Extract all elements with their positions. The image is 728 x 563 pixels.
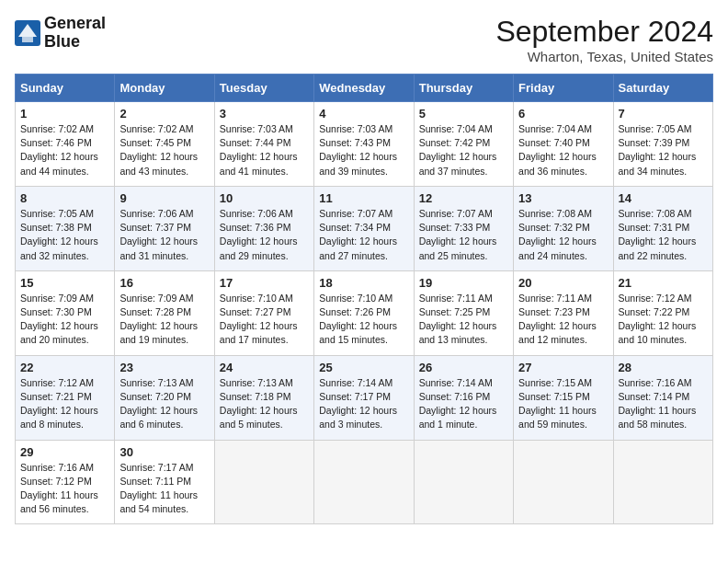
calendar-cell: 12 Sunrise: 7:07 AMSunset: 7:33 PMDaylig… <box>414 186 513 270</box>
calendar-cell: 14 Sunrise: 7:08 AMSunset: 7:31 PMDaylig… <box>613 186 712 270</box>
calendar-cell: 22 Sunrise: 7:12 AMSunset: 7:21 PMDaylig… <box>16 355 115 440</box>
calendar-cell: 17 Sunrise: 7:10 AMSunset: 7:27 PMDaylig… <box>214 270 313 355</box>
logo-icon <box>15 20 40 46</box>
day-info: Sunrise: 7:10 AMSunset: 7:27 PMDaylight:… <box>220 292 309 348</box>
day-info: Sunrise: 7:14 AMSunset: 7:17 PMDaylight:… <box>319 376 408 432</box>
day-number: 7 <box>619 107 708 121</box>
location: Wharton, Texas, United States <box>495 49 713 64</box>
page-header: General Blue September 2024 Wharton, Tex… <box>15 15 713 64</box>
calendar-cell: 30 Sunrise: 7:17 AMSunset: 7:11 PMDaylig… <box>115 440 214 524</box>
calendar-cell: 26 Sunrise: 7:14 AMSunset: 7:16 PMDaylig… <box>414 355 513 440</box>
day-info: Sunrise: 7:11 AMSunset: 7:23 PMDaylight:… <box>518 292 608 348</box>
day-info: Sunrise: 7:11 AMSunset: 7:25 PMDaylight:… <box>419 292 508 348</box>
day-info: Sunrise: 7:03 AMSunset: 7:43 PMDaylight:… <box>319 122 408 178</box>
day-info: Sunrise: 7:04 AMSunset: 7:42 PMDaylight:… <box>419 122 508 178</box>
calendar-cell: 2 Sunrise: 7:02 AMSunset: 7:45 PMDayligh… <box>115 102 214 187</box>
calendar-table: SundayMondayTuesdayWednesdayThursdayFrid… <box>15 74 713 524</box>
day-number: 8 <box>20 191 109 205</box>
calendar-cell <box>314 440 414 524</box>
day-info: Sunrise: 7:03 AMSunset: 7:44 PMDaylight:… <box>220 122 309 178</box>
day-info: Sunrise: 7:04 AMSunset: 7:40 PMDaylight:… <box>518 122 608 178</box>
day-info: Sunrise: 7:08 AMSunset: 7:32 PMDaylight:… <box>518 207 608 263</box>
logo-text: General Blue <box>44 15 106 52</box>
calendar-cell: 21 Sunrise: 7:12 AMSunset: 7:22 PMDaylig… <box>613 270 712 355</box>
day-number: 16 <box>119 276 209 290</box>
calendar-cell: 10 Sunrise: 7:06 AMSunset: 7:36 PMDaylig… <box>214 186 313 270</box>
calendar-cell: 3 Sunrise: 7:03 AMSunset: 7:44 PMDayligh… <box>214 102 313 187</box>
logo: General Blue <box>15 15 106 52</box>
calendar-cell: 11 Sunrise: 7:07 AMSunset: 7:34 PMDaylig… <box>314 186 414 270</box>
day-number: 15 <box>20 276 109 290</box>
day-info: Sunrise: 7:05 AMSunset: 7:39 PMDaylight:… <box>619 122 708 178</box>
day-number: 19 <box>419 276 508 290</box>
day-number: 22 <box>20 361 109 374</box>
calendar-cell <box>214 440 313 524</box>
day-info: Sunrise: 7:06 AMSunset: 7:37 PMDaylight:… <box>119 207 209 263</box>
calendar-cell: 27 Sunrise: 7:15 AMSunset: 7:15 PMDaylig… <box>514 355 613 440</box>
calendar-week-2: 8 Sunrise: 7:05 AMSunset: 7:38 PMDayligh… <box>16 186 713 270</box>
col-header-sunday: Sunday <box>16 75 115 102</box>
day-number: 18 <box>319 276 408 290</box>
calendar-cell <box>514 440 613 524</box>
col-header-wednesday: Wednesday <box>314 75 414 102</box>
day-number: 30 <box>119 445 209 459</box>
day-number: 27 <box>518 361 608 374</box>
day-info: Sunrise: 7:13 AMSunset: 7:20 PMDaylight:… <box>119 376 209 432</box>
calendar-cell: 4 Sunrise: 7:03 AMSunset: 7:43 PMDayligh… <box>314 102 414 187</box>
day-number: 1 <box>20 107 109 121</box>
day-number: 21 <box>619 276 708 290</box>
calendar-cell: 1 Sunrise: 7:02 AMSunset: 7:46 PMDayligh… <box>16 102 115 187</box>
day-info: Sunrise: 7:09 AMSunset: 7:28 PMDaylight:… <box>119 292 209 348</box>
day-info: Sunrise: 7:02 AMSunset: 7:46 PMDaylight:… <box>20 122 109 178</box>
col-header-thursday: Thursday <box>414 75 513 102</box>
day-number: 10 <box>220 191 309 205</box>
month-title: September 2024 <box>495 15 713 49</box>
calendar-cell: 19 Sunrise: 7:11 AMSunset: 7:25 PMDaylig… <box>414 270 513 355</box>
day-number: 13 <box>518 191 608 205</box>
day-info: Sunrise: 7:14 AMSunset: 7:16 PMDaylight:… <box>419 376 508 432</box>
calendar-week-4: 22 Sunrise: 7:12 AMSunset: 7:21 PMDaylig… <box>16 355 713 440</box>
day-number: 24 <box>220 361 309 374</box>
day-number: 4 <box>319 107 408 121</box>
day-number: 28 <box>619 361 708 374</box>
calendar-header-row: SundayMondayTuesdayWednesdayThursdayFrid… <box>16 75 713 102</box>
calendar-cell <box>414 440 513 524</box>
day-number: 26 <box>419 361 508 374</box>
calendar-cell: 7 Sunrise: 7:05 AMSunset: 7:39 PMDayligh… <box>613 102 712 187</box>
day-info: Sunrise: 7:12 AMSunset: 7:21 PMDaylight:… <box>20 376 109 432</box>
day-number: 2 <box>119 107 209 121</box>
day-number: 5 <box>419 107 508 121</box>
calendar-cell: 29 Sunrise: 7:16 AMSunset: 7:12 PMDaylig… <box>16 440 115 524</box>
calendar-cell: 9 Sunrise: 7:06 AMSunset: 7:37 PMDayligh… <box>115 186 214 270</box>
day-info: Sunrise: 7:12 AMSunset: 7:22 PMDaylight:… <box>619 292 708 348</box>
calendar-week-1: 1 Sunrise: 7:02 AMSunset: 7:46 PMDayligh… <box>16 102 713 187</box>
day-number: 9 <box>119 191 209 205</box>
day-info: Sunrise: 7:05 AMSunset: 7:38 PMDaylight:… <box>20 207 109 263</box>
calendar-cell: 5 Sunrise: 7:04 AMSunset: 7:42 PMDayligh… <box>414 102 513 187</box>
calendar-cell: 8 Sunrise: 7:05 AMSunset: 7:38 PMDayligh… <box>16 186 115 270</box>
col-header-saturday: Saturday <box>613 75 712 102</box>
day-info: Sunrise: 7:16 AMSunset: 7:12 PMDaylight:… <box>20 461 109 517</box>
day-number: 6 <box>518 107 608 121</box>
calendar-cell: 24 Sunrise: 7:13 AMSunset: 7:18 PMDaylig… <box>214 355 313 440</box>
calendar-cell: 16 Sunrise: 7:09 AMSunset: 7:28 PMDaylig… <box>115 270 214 355</box>
calendar-cell: 15 Sunrise: 7:09 AMSunset: 7:30 PMDaylig… <box>16 270 115 355</box>
day-number: 11 <box>319 191 408 205</box>
calendar-cell: 20 Sunrise: 7:11 AMSunset: 7:23 PMDaylig… <box>514 270 613 355</box>
day-number: 3 <box>220 107 309 121</box>
calendar-cell: 25 Sunrise: 7:14 AMSunset: 7:17 PMDaylig… <box>314 355 414 440</box>
day-number: 23 <box>119 361 209 374</box>
day-number: 12 <box>419 191 508 205</box>
calendar-week-3: 15 Sunrise: 7:09 AMSunset: 7:30 PMDaylig… <box>16 270 713 355</box>
day-info: Sunrise: 7:08 AMSunset: 7:31 PMDaylight:… <box>619 207 708 263</box>
day-info: Sunrise: 7:06 AMSunset: 7:36 PMDaylight:… <box>220 207 309 263</box>
day-info: Sunrise: 7:15 AMSunset: 7:15 PMDaylight:… <box>518 376 608 432</box>
day-info: Sunrise: 7:07 AMSunset: 7:33 PMDaylight:… <box>419 207 508 263</box>
col-header-friday: Friday <box>514 75 613 102</box>
calendar-cell: 18 Sunrise: 7:10 AMSunset: 7:26 PMDaylig… <box>314 270 414 355</box>
day-info: Sunrise: 7:07 AMSunset: 7:34 PMDaylight:… <box>319 207 408 263</box>
calendar-cell <box>613 440 712 524</box>
svg-rect-2 <box>22 37 33 42</box>
day-info: Sunrise: 7:10 AMSunset: 7:26 PMDaylight:… <box>319 292 408 348</box>
col-header-monday: Monday <box>115 75 214 102</box>
